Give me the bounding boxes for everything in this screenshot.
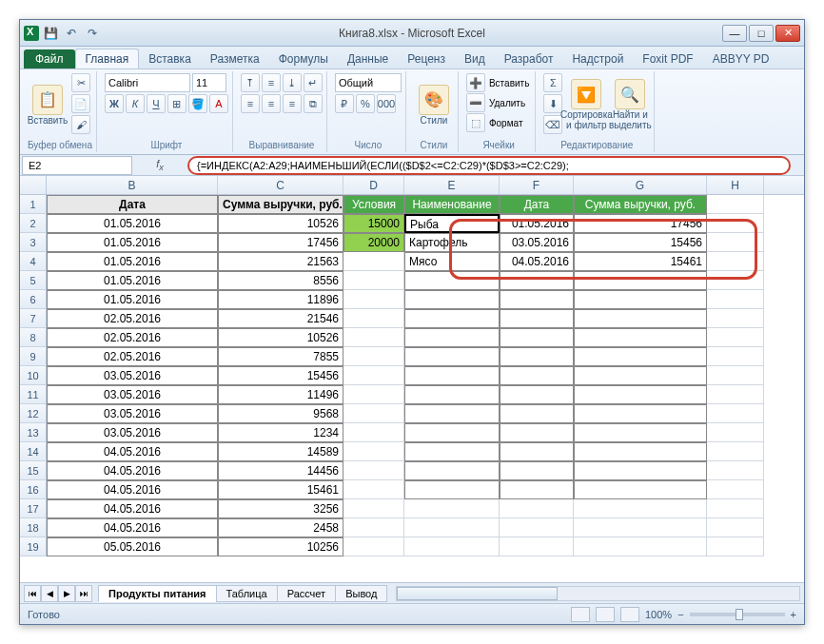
row-header[interactable]: 13 — [20, 423, 47, 442]
cell[interactable] — [343, 271, 404, 290]
cell[interactable] — [574, 442, 707, 461]
cell[interactable]: 11496 — [218, 385, 343, 404]
horizontal-scrollbar[interactable] — [396, 586, 800, 601]
row-header[interactable]: 1 — [20, 195, 47, 214]
view-layout-button[interactable] — [596, 607, 615, 622]
currency-button[interactable]: ₽ — [335, 94, 354, 113]
cut-button[interactable]: ✂ — [71, 73, 90, 92]
cell[interactable]: 03.05.2016 — [500, 233, 574, 252]
tab-view[interactable]: Вид — [455, 49, 495, 68]
col-header-G[interactable]: G — [574, 176, 707, 194]
row-header[interactable]: 17 — [20, 499, 47, 518]
row-header[interactable]: 18 — [20, 518, 47, 537]
cell[interactable] — [404, 309, 500, 328]
row-header[interactable]: 16 — [20, 480, 47, 499]
cell[interactable] — [574, 537, 707, 556]
cell[interactable] — [707, 366, 764, 385]
cell[interactable] — [707, 499, 764, 518]
cell[interactable]: 1234 — [218, 423, 343, 442]
format-cells-button[interactable]: ⬚ — [466, 113, 485, 132]
align-center-button[interactable]: ≡ — [262, 94, 281, 113]
format-painter-button[interactable]: 🖌 — [71, 115, 90, 134]
cell[interactable]: Условия — [343, 195, 404, 214]
italic-button[interactable]: К — [126, 94, 145, 113]
cell[interactable]: 8556 — [218, 271, 343, 290]
cell[interactable] — [707, 214, 764, 233]
sheet-nav-prev[interactable]: ◀ — [41, 585, 58, 602]
cell[interactable] — [404, 442, 500, 461]
cell[interactable]: Дата — [500, 195, 574, 214]
cell[interactable]: Сумма выручки, руб. — [574, 195, 707, 214]
cell[interactable]: Рыба — [404, 214, 500, 233]
row-header[interactable]: 12 — [20, 404, 47, 423]
sheet-tab-3[interactable]: Рассчет — [277, 585, 337, 602]
cell[interactable]: 14589 — [218, 442, 343, 461]
minimize-button[interactable]: — — [722, 25, 747, 42]
tab-developer[interactable]: Разработ — [495, 49, 563, 68]
cell[interactable] — [343, 328, 404, 347]
tab-insert[interactable]: Вставка — [139, 49, 201, 68]
sheet-tab-2[interactable]: Таблица — [216, 585, 278, 602]
cell[interactable] — [574, 518, 707, 537]
cell[interactable]: 3256 — [218, 499, 343, 518]
cell[interactable]: 03.05.2016 — [47, 385, 218, 404]
cell[interactable] — [343, 499, 404, 518]
cell[interactable]: 04.05.2016 — [47, 480, 218, 499]
cell[interactable] — [500, 366, 574, 385]
border-button[interactable]: ⊞ — [167, 94, 186, 113]
col-header-C[interactable]: C — [218, 176, 343, 194]
cell[interactable]: Мясо — [404, 252, 500, 271]
align-middle-button[interactable]: ≡ — [262, 73, 281, 92]
cell[interactable] — [343, 309, 404, 328]
autosum-button[interactable]: Σ — [543, 73, 562, 92]
row-header[interactable]: 8 — [20, 328, 47, 347]
fx-icon[interactable]: fx — [132, 158, 187, 172]
cell[interactable]: 03.05.2016 — [47, 404, 218, 423]
cell[interactable] — [500, 385, 574, 404]
wrap-text-button[interactable]: ↵ — [304, 73, 323, 92]
cell[interactable]: 9568 — [218, 404, 343, 423]
cell[interactable] — [574, 404, 707, 423]
row-header[interactable]: 4 — [20, 252, 47, 271]
cell[interactable] — [707, 309, 764, 328]
sheet-nav-first[interactable]: ⏮ — [24, 585, 41, 602]
bold-button[interactable]: Ж — [105, 94, 124, 113]
sheet-tab-1[interactable]: Продукты питания — [98, 585, 217, 602]
cell[interactable] — [500, 537, 574, 556]
cell[interactable]: Сумма выручки, руб. — [218, 195, 343, 214]
select-all-corner[interactable] — [20, 176, 47, 194]
zoom-in-button[interactable]: + — [791, 609, 796, 620]
cell[interactable]: 03.05.2016 — [47, 366, 218, 385]
cell[interactable] — [343, 537, 404, 556]
cell[interactable] — [574, 385, 707, 404]
cell[interactable]: 02.05.2016 — [47, 328, 218, 347]
zoom-slider[interactable] — [690, 613, 785, 616]
name-box[interactable]: E2 — [22, 156, 132, 175]
align-top-button[interactable]: ⤒ — [241, 73, 260, 92]
cell[interactable] — [343, 518, 404, 537]
cell[interactable]: 04.05.2016 — [47, 518, 218, 537]
cell[interactable] — [707, 518, 764, 537]
styles-button[interactable]: 🎨 Стили — [414, 73, 454, 136]
cell[interactable] — [404, 518, 500, 537]
fill-color-button[interactable]: 🪣 — [188, 94, 207, 113]
cell[interactable] — [707, 328, 764, 347]
cell[interactable]: 04.05.2016 — [500, 252, 574, 271]
cell[interactable] — [343, 366, 404, 385]
cell[interactable] — [707, 423, 764, 442]
align-left-button[interactable]: ≡ — [241, 94, 260, 113]
font-size-select[interactable] — [192, 73, 226, 92]
cell[interactable] — [343, 347, 404, 366]
align-right-button[interactable]: ≡ — [283, 94, 302, 113]
merge-button[interactable]: ⧉ — [304, 94, 323, 113]
row-header[interactable]: 19 — [20, 537, 47, 556]
cell[interactable] — [343, 404, 404, 423]
cell[interactable] — [343, 252, 404, 271]
row-header[interactable]: 7 — [20, 309, 47, 328]
cell[interactable] — [707, 271, 764, 290]
cell[interactable]: 01.05.2016 — [47, 214, 218, 233]
tab-data[interactable]: Данные — [338, 49, 398, 68]
cell[interactable] — [707, 385, 764, 404]
find-select-button[interactable]: 🔍 Найти и выделить — [610, 73, 650, 136]
cell[interactable] — [500, 461, 574, 480]
